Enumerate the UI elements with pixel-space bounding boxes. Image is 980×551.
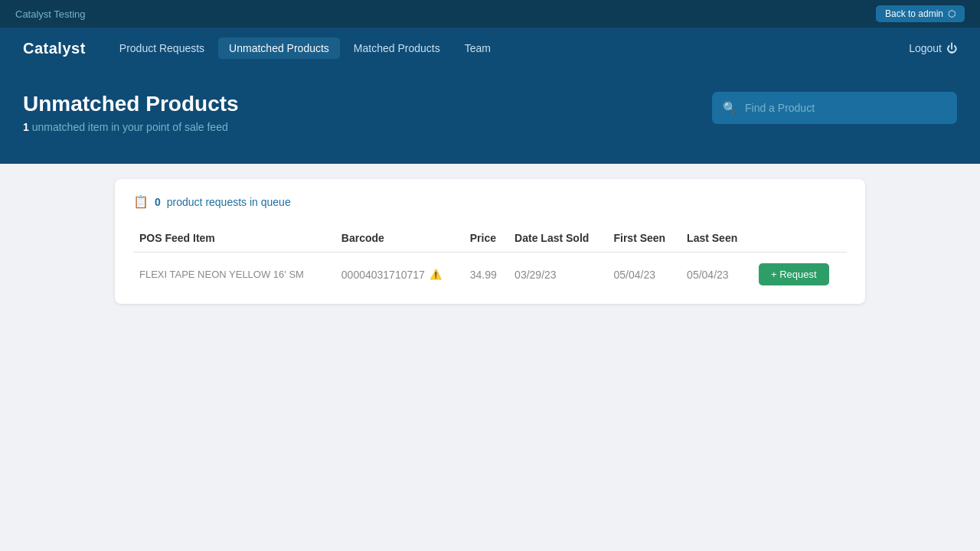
cell-date-last-sold: 03/29/23 bbox=[508, 253, 607, 297]
col-date-last-sold: Date Last Sold bbox=[508, 224, 607, 253]
warning-icon: ⚠️ bbox=[430, 269, 442, 280]
barcode-value: 00004031710717 bbox=[341, 269, 425, 281]
table-row: FLEXI TAPE NEON YELLOW 16' SM 0000403171… bbox=[133, 253, 847, 297]
request-button[interactable]: + Request bbox=[759, 263, 829, 285]
nav-team[interactable]: Team bbox=[454, 37, 501, 59]
cell-price: 34.99 bbox=[464, 253, 508, 297]
hero-section: Unmatched Products 1 unmatched item in y… bbox=[0, 69, 980, 164]
queue-text: product requests in queue bbox=[167, 196, 291, 208]
external-link-icon: ⬡ bbox=[948, 8, 956, 19]
hero-subtitle-text: unmatched item in your point of sale fee… bbox=[32, 121, 228, 133]
search-input[interactable] bbox=[745, 102, 946, 114]
top-bar: Catalyst Testing Back to admin ⬡ bbox=[0, 0, 980, 28]
nav-links: Product Requests Unmatched Products Matc… bbox=[109, 37, 909, 59]
nav-unmatched-products[interactable]: Unmatched Products bbox=[218, 37, 340, 59]
col-barcode: Barcode bbox=[335, 224, 464, 253]
logo: Catalyst bbox=[23, 40, 86, 57]
queue-icon: 📋 bbox=[133, 194, 149, 209]
col-first-seen: First Seen bbox=[607, 224, 681, 253]
search-icon: 🔍 bbox=[723, 101, 737, 115]
main-content: 📋 0 product requests in queue POS Feed I… bbox=[0, 164, 980, 485]
queue-info: 📋 0 product requests in queue bbox=[133, 194, 847, 209]
top-bar-title: Catalyst Testing bbox=[15, 8, 86, 20]
hero-subtitle: 1 unmatched item in your point of sale f… bbox=[23, 121, 239, 133]
page-title: Unmatched Products bbox=[23, 92, 239, 116]
hero-text: Unmatched Products 1 unmatched item in y… bbox=[23, 92, 239, 133]
nav-bar: Catalyst Product Requests Unmatched Prod… bbox=[0, 28, 980, 69]
logout-icon: ⏻ bbox=[946, 42, 957, 54]
table-header-row: POS Feed Item Barcode Price Date Last So… bbox=[133, 224, 847, 253]
cell-action: + Request bbox=[753, 253, 847, 297]
nav-matched-products[interactable]: Matched Products bbox=[343, 37, 451, 59]
col-action bbox=[753, 224, 847, 253]
products-card: 📋 0 product requests in queue POS Feed I… bbox=[115, 179, 865, 304]
col-price: Price bbox=[464, 224, 508, 253]
cell-last-seen: 05/04/23 bbox=[681, 253, 753, 297]
cell-barcode: 00004031710717 ⚠️ bbox=[335, 253, 464, 297]
products-table: POS Feed Item Barcode Price Date Last So… bbox=[133, 224, 847, 296]
back-to-admin-button[interactable]: Back to admin ⬡ bbox=[876, 5, 965, 22]
col-pos-feed-item: POS Feed Item bbox=[133, 224, 335, 253]
cell-first-seen: 05/04/23 bbox=[607, 253, 681, 297]
col-last-seen: Last Seen bbox=[681, 224, 753, 253]
nav-product-requests[interactable]: Product Requests bbox=[109, 37, 215, 59]
logout-button[interactable]: Logout ⏻ bbox=[909, 42, 957, 54]
queue-count: 0 bbox=[155, 196, 161, 208]
cell-pos-feed-item: FLEXI TAPE NEON YELLOW 16' SM bbox=[133, 253, 335, 297]
search-box[interactable]: 🔍 bbox=[712, 92, 957, 124]
unmatched-count: 1 bbox=[23, 121, 29, 133]
